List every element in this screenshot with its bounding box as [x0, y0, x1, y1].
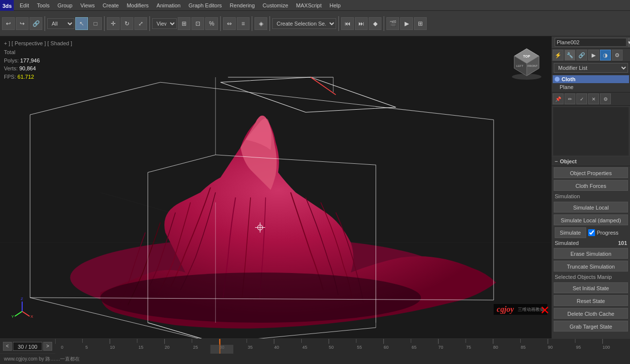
menu-group[interactable]: Group	[54, 0, 77, 11]
menu-views[interactable]: Views	[76, 0, 98, 11]
panel-icon-utilities[interactable]: ⚙	[612, 50, 623, 61]
svg-text:40: 40	[274, 345, 279, 350]
progress-checkbox[interactable]	[588, 229, 595, 236]
select-region-button[interactable]: □	[89, 17, 102, 30]
object-name-dropdown[interactable]: ▾	[628, 38, 630, 47]
menu-help[interactable]: Help	[326, 0, 345, 11]
menu-edit[interactable]: Edit	[16, 0, 33, 11]
simulate-local-damped-button[interactable]: Simulate Local (damped)	[554, 214, 628, 225]
svg-text:LEFT: LEFT	[516, 64, 524, 67]
render-setup[interactable]: 🎬	[386, 17, 399, 30]
svg-text:70: 70	[439, 345, 443, 350]
render-button[interactable]: ▶	[400, 17, 413, 30]
object-section-label: Object	[560, 158, 576, 164]
modifier-pin-icon[interactable]: 📌	[553, 93, 564, 104]
select-button[interactable]: ↖	[75, 17, 88, 30]
menu-create[interactable]: Create	[98, 0, 123, 11]
menu-customize[interactable]: Customize	[259, 0, 292, 11]
navigation-cube[interactable]: TOP FRONT LEFT	[507, 41, 546, 81]
svg-text:95: 95	[576, 345, 581, 350]
svg-text:45: 45	[302, 345, 307, 350]
menu-maxscript[interactable]: MAXScript	[292, 0, 326, 11]
menu-graph-editors[interactable]: Graph Editors	[185, 0, 226, 11]
watermark: cgjoy 三维动画教做 ✕	[494, 304, 547, 315]
modifier-cloth-item[interactable]: Cloth	[553, 75, 629, 83]
scale-button[interactable]: ⤢	[134, 17, 147, 30]
total-label: Total	[4, 49, 15, 55]
svg-text:0: 0	[61, 345, 63, 350]
erase-simulation-button[interactable]: Erase Simulation	[554, 248, 628, 259]
play-prev[interactable]: ⏮	[341, 17, 354, 30]
align-button[interactable]: ≡	[237, 17, 250, 30]
truncate-simulation-button[interactable]: Truncate Simulation	[554, 261, 628, 272]
modifier-check-icon[interactable]: ✓	[576, 93, 587, 104]
selection-filter[interactable]: All	[47, 18, 74, 29]
svg-text:X: X	[31, 314, 33, 319]
modifier-icon-row: 📌 ✏ ✓ ✕ ⚙	[552, 92, 630, 106]
menu-modifiers[interactable]: Modifiers	[123, 0, 153, 11]
panel-icon-display[interactable]: ⚡	[553, 50, 564, 61]
svg-text:80: 80	[493, 345, 498, 350]
play-next[interactable]: ⏭	[355, 17, 368, 30]
main-area: + ] [ Perspective ] [ Shaded ] Total Pol…	[0, 36, 630, 338]
watermark-logo: cgjoy	[497, 305, 514, 314]
panel-icon-motion[interactable]: ▶	[588, 50, 599, 61]
selected-objects-section: Selected Objects Manip Set Initial State…	[552, 273, 630, 333]
delete-cloth-cache-button[interactable]: Delete Cloth Cache	[554, 308, 628, 319]
modifier-list-dropdown[interactable]: Modifier List	[554, 63, 628, 73]
panel-icon-hierarchy[interactable]: 🔗	[576, 50, 587, 61]
fps-value: 61.712	[18, 74, 34, 80]
svg-text:5: 5	[85, 345, 88, 350]
key-frame[interactable]: ◆	[369, 17, 381, 30]
axes-indicator: X Y Z	[10, 294, 34, 319]
move-button[interactable]: ✛	[107, 17, 120, 30]
object-properties-button[interactable]: Object Properties	[554, 167, 628, 178]
redo-button[interactable]: ↪	[16, 17, 29, 30]
snap-toggle[interactable]: ⊞	[178, 17, 190, 30]
modifier-delete-icon[interactable]: ✕	[588, 93, 599, 104]
menu-tools[interactable]: Tools	[33, 0, 54, 11]
undo-button[interactable]: ↩	[2, 17, 15, 30]
mirror-button[interactable]: ⇔	[223, 17, 236, 30]
timeline-ruler-svg: 0 5 10 15 20 25 30 35 40 45 50 55 60	[55, 339, 630, 354]
svg-text:60: 60	[383, 345, 388, 350]
simulate-local-button[interactable]: Simulate Local	[554, 202, 628, 212]
object-name-input[interactable]	[555, 38, 627, 47]
view-select[interactable]: View	[152, 18, 177, 29]
simulate-button[interactable]: Simulate	[555, 227, 586, 238]
simulate-progress-row: Simulate Progress	[552, 226, 630, 239]
svg-point-8	[100, 273, 421, 323]
svg-text:35: 35	[248, 345, 252, 350]
modifier-edit-icon[interactable]: ✏	[565, 93, 575, 104]
timeline-prev-button[interactable]: <	[3, 342, 12, 351]
viewport-label: + ] [ Perspective ] [ Shaded ]	[4, 40, 72, 46]
set-initial-state-button[interactable]: Set Initial State	[554, 282, 628, 293]
render-region[interactable]: ⊞	[414, 17, 427, 30]
viewport-3d[interactable]: + ] [ Perspective ] [ Shaded ] Total Pol…	[0, 36, 551, 338]
menu-rendering[interactable]: Rendering	[226, 0, 259, 11]
rotate-button[interactable]: ↻	[121, 17, 133, 30]
reset-state-button[interactable]: Reset State	[554, 295, 628, 306]
panel-icon-display2[interactable]: ◑	[600, 50, 611, 61]
angle-snap[interactable]: ⊡	[191, 17, 204, 30]
object-section-header[interactable]: − Object	[552, 157, 630, 166]
menu-animation[interactable]: Animation	[153, 0, 185, 11]
viewport-stats: Total Polys: 177,946 Verts: 90,864 FPS: …	[4, 48, 40, 81]
svg-text:3ds: 3ds	[2, 3, 12, 9]
timeline-next-button[interactable]: >	[43, 342, 52, 351]
cloth-forces-button[interactable]: Cloth Forces	[554, 180, 628, 191]
menu-bar: 3ds Edit Tools Group Views Create Modifi…	[0, 0, 630, 11]
modifier-config-icon[interactable]: ⚙	[600, 93, 611, 104]
svg-text:55: 55	[357, 345, 362, 350]
percent-snap[interactable]: %	[205, 17, 218, 30]
timeline-track[interactable]: 0 5 10 15 20 25 30 35 40 45 50 55 60	[55, 339, 630, 354]
modifier-plane-item[interactable]: Plane	[553, 83, 629, 91]
svg-text:85: 85	[521, 345, 526, 350]
create-selection[interactable]: Create Selection Se...	[272, 18, 336, 29]
object-name-bar: ▾	[552, 36, 630, 49]
modifier-plane-label: Plane	[560, 84, 573, 90]
panel-icon-modify[interactable]: 🔧	[565, 50, 575, 61]
grab-target-state-button[interactable]: Grab Target State	[554, 321, 628, 332]
material-editor[interactable]: ◈	[254, 17, 267, 30]
select-link-button[interactable]: 🔗	[30, 17, 42, 30]
